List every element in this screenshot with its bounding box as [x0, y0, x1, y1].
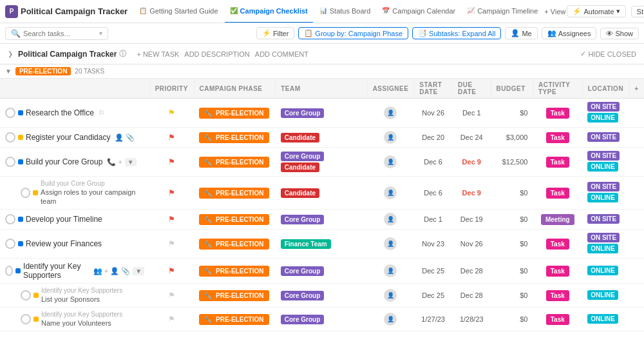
- priority-flag[interactable]: ⚑: [168, 133, 175, 142]
- priority-flag[interactable]: ⚑: [168, 239, 175, 248]
- logo-icon: P: [5, 5, 18, 18]
- priority-flag[interactable]: ⚑: [168, 188, 175, 197]
- task-icon: +: [104, 267, 108, 275]
- task-name-wrapper: Review your Finances: [26, 239, 102, 248]
- subtasks-button[interactable]: 📑 Subtasks: Expand All: [412, 27, 501, 39]
- location-badge: ONLINE: [587, 290, 618, 300]
- assignee-avatar: 👤: [384, 313, 397, 326]
- task-name-text: Name your Volunteers: [41, 319, 111, 327]
- location-badge: ONLINE: [587, 244, 618, 253]
- me-button[interactable]: 👤 Me: [505, 27, 537, 39]
- search-box[interactable]: 🔍 ▾: [5, 27, 108, 40]
- location-badge: ON SITE: [587, 102, 620, 112]
- col-header-team: TEAM: [276, 79, 367, 99]
- task-status-circle[interactable]: [5, 108, 15, 118]
- add-comment-button[interactable]: ADD COMMENT: [255, 50, 308, 58]
- tab-calendar[interactable]: 📅 Campaign Calendar: [377, 0, 460, 23]
- task-parent-label: Build your Core Group: [41, 180, 144, 188]
- phase-badge: 🔧PRE-ELECTION: [199, 266, 269, 277]
- task-activity-cell: Task: [533, 331, 582, 334]
- new-task-button[interactable]: + NEW TASK: [137, 50, 179, 58]
- task-location-cell: ON SITE: [582, 210, 629, 230]
- priority-flag[interactable]: ⚑: [168, 157, 175, 166]
- task-row: Identify your Key Supporters 👥+👤📎 ▼ ⚑ 🔧P…: [0, 259, 644, 284]
- show-icon: 👁: [606, 30, 613, 37]
- group-icon: 📋: [304, 29, 313, 37]
- breadcrumb-title-text: Political Campaign Tracker: [18, 50, 117, 59]
- team-tag: Core Group: [281, 215, 325, 224]
- hide-closed-button[interactable]: ✓ HIDE CLOSED: [580, 50, 636, 58]
- location-badge: ON SITE: [587, 182, 620, 192]
- task-row: Build your Core Group Assign roles to yo…: [0, 177, 644, 210]
- tab-icon-timeline: 📈: [467, 7, 475, 14]
- task-icon: 👤: [110, 267, 119, 275]
- tab-label-getting-started: Getting Started Guide: [149, 7, 218, 15]
- me-icon: 👤: [511, 29, 520, 37]
- task-name-text: Assign roles to your campaign team: [41, 188, 135, 205]
- expand-button[interactable]: ▼: [133, 267, 144, 275]
- task-status-circle[interactable]: [5, 157, 15, 167]
- show-button[interactable]: 👁 Show: [600, 28, 639, 39]
- task-status-circle[interactable]: [21, 188, 30, 198]
- priority-flag[interactable]: ⚑: [168, 266, 175, 275]
- filter-button[interactable]: ⚡ Filter: [256, 27, 294, 39]
- task-budget: $0: [491, 331, 533, 334]
- task-status-circle[interactable]: [21, 290, 31, 300]
- tab-status-board[interactable]: 📊 Status Board: [314, 0, 376, 23]
- location-badge: ONLINE: [587, 193, 618, 202]
- share-button[interactable]: St: [631, 6, 644, 17]
- task-activity-cell: Task: [533, 259, 582, 284]
- task-activity-cell: Task: [533, 230, 582, 259]
- task-assignee-cell: 👤: [367, 148, 414, 177]
- toolbar: 🔍 ▾ ⚡ Filter 📋 Group by: Campaign Phase …: [0, 23, 644, 44]
- task-phase-cell: 🔧PRE-ELECTION: [194, 230, 276, 259]
- task-priority-cell: ⚑: [149, 210, 194, 230]
- task-due-date: 1/28/23: [452, 308, 491, 331]
- task-status-circle[interactable]: [5, 266, 13, 276]
- phase-badge: 🔧PRE-ELECTION: [199, 290, 269, 301]
- tab-timeline[interactable]: 📈 Campaign Timeline: [462, 0, 543, 23]
- task-phase-cell: 🔧PRE-ELECTION: [194, 128, 276, 148]
- location-badge: ONLINE: [587, 314, 618, 324]
- task-priority-cell: ⚑: [149, 99, 194, 128]
- group-by-button[interactable]: 📋 Group by: Campaign Phase: [298, 27, 408, 39]
- search-input[interactable]: [23, 30, 97, 37]
- task-due-date: Dec 9: [452, 177, 491, 210]
- group-header-pre-election: ▼ PRE-ELECTION 20 TASKS: [0, 64, 644, 79]
- group-label: ▼ PRE-ELECTION 20 TASKS: [5, 67, 639, 75]
- tab-icon-calendar: 📅: [382, 7, 390, 14]
- automate-button[interactable]: ⚡ Automate ▾: [567, 5, 625, 17]
- task-add-col: [629, 148, 644, 177]
- group-toggle-icon[interactable]: ▼: [5, 68, 12, 75]
- tab-campaign-checklist[interactable]: ✅ Campaign Checklist: [225, 0, 313, 23]
- task-parent-label: Identify your Key Supporters: [41, 311, 122, 319]
- task-start-date: Nov 26: [414, 99, 453, 128]
- priority-flag[interactable]: ⚑: [168, 108, 175, 117]
- task-activity-cell: Task: [533, 148, 582, 177]
- task-name-wrapper: Research the Office: [26, 108, 94, 117]
- task-status-circle[interactable]: [5, 214, 15, 224]
- col-header-location: LOCATION: [582, 79, 629, 99]
- add-view-button[interactable]: + View: [544, 8, 565, 15]
- priority-flag[interactable]: ⚑: [168, 315, 175, 324]
- task-due-date: Dec 21: [452, 331, 491, 334]
- add-description-button[interactable]: ADD DESCRIPTION: [184, 50, 249, 58]
- task-start-date: Dec 6: [414, 177, 453, 210]
- task-status-circle[interactable]: [5, 239, 15, 249]
- add-column-button[interactable]: +: [629, 79, 644, 99]
- expand-button[interactable]: ▼: [125, 158, 137, 166]
- nav-right: ⚡ Automate ▾ St: [567, 5, 644, 17]
- priority-flag[interactable]: ⚑: [168, 215, 175, 224]
- tab-getting-started[interactable]: 📋 Getting Started Guide: [134, 0, 223, 23]
- task-phase-cell: 🔧PRE-ELECTION: [194, 331, 276, 334]
- assignees-button[interactable]: 👥 Assignees: [542, 27, 597, 39]
- task-status-circle[interactable]: [5, 132, 15, 143]
- assignee-avatar: 👤: [384, 186, 397, 199]
- phase-badge: 🔧PRE-ELECTION: [199, 214, 269, 225]
- task-assignee-cell: 👤: [367, 308, 414, 331]
- priority-flag[interactable]: ⚑: [168, 291, 175, 300]
- task-due-date: Dec 28: [452, 284, 491, 308]
- task-status-circle[interactable]: [21, 314, 31, 324]
- col-header-name: [0, 79, 149, 99]
- col-header-start-date: START DATE: [414, 79, 453, 99]
